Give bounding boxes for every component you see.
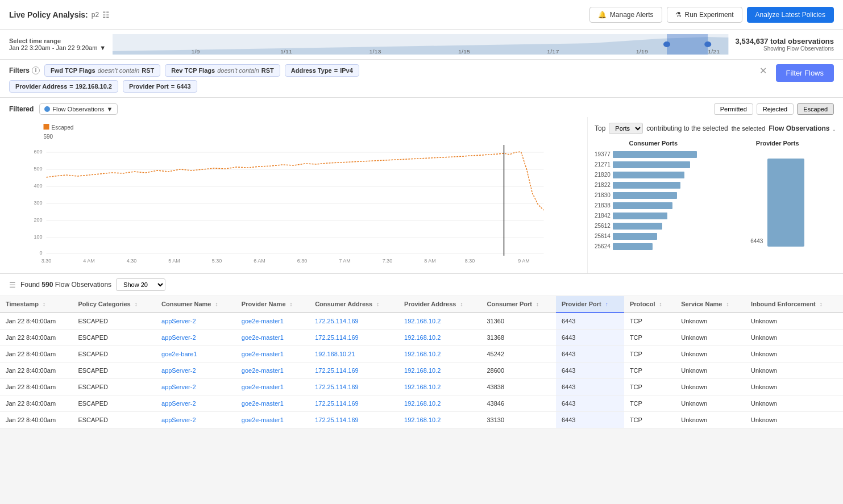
consumer-ports-title: Consumer Ports [595, 140, 712, 147]
filter-flows-button[interactable]: Filter Flows [776, 64, 834, 82]
time-range-dropdown[interactable]: Jan 22 3:20am - Jan 22 9:20am ▼ [9, 44, 106, 51]
header-right: 🔔 Manage Alerts ⚗ Run Experiment Analyze… [589, 7, 834, 23]
svg-text:1/15: 1/15 [458, 49, 471, 55]
cell-consumer-addr[interactable]: 172.25.114.169 [309, 395, 398, 412]
cell-consumer-addr[interactable]: 172.25.114.169 [309, 363, 398, 379]
col-timestamp[interactable]: Timestamp ↕ [0, 296, 72, 313]
cell-provider-name[interactable]: goe2e-master1 [236, 395, 309, 412]
svg-text:6 AM: 6 AM [254, 258, 265, 264]
svg-rect-11 [44, 124, 49, 130]
cell-provider-port: 6443 [556, 412, 624, 428]
cell-provider-addr[interactable]: 192.168.10.2 [398, 395, 481, 412]
col-provider-address[interactable]: Provider Address ↕ [398, 296, 481, 313]
cell-consumer-name[interactable]: goe2e-bare1 [156, 346, 236, 363]
ports-select[interactable]: Ports [609, 123, 643, 134]
analyze-latest-button[interactable]: Analyze Latest Policies [747, 7, 834, 23]
filter-chip-fwd-tcp[interactable]: Fwd TCP Flags doesn't contain RST [44, 64, 160, 77]
rejected-legend-button[interactable]: Rejected [757, 103, 794, 115]
col-provider-name[interactable]: Provider Name ↕ [236, 296, 309, 313]
cell-consumer-name[interactable]: appServer-2 [156, 313, 236, 330]
cell-inbound: Unknown [745, 395, 843, 412]
provider-port-single-bar [767, 150, 804, 247]
table-row: Jan 22 8:40:00am ESCAPED appServer-2 goe… [0, 313, 843, 330]
col-consumer-port[interactable]: Consumer Port ↕ [481, 296, 556, 313]
provider-port-bar-container: 6443 [719, 150, 837, 247]
filters-content: Filters i Fwd TCP Flags doesn't contain … [9, 64, 767, 93]
svg-text:200: 200 [34, 217, 42, 223]
chevron-down-icon: ▼ [106, 106, 113, 113]
col-policy-categories[interactable]: Policy Categories ↕ [72, 296, 156, 313]
col-consumer-name[interactable]: Consumer Name ↕ [156, 296, 236, 313]
cell-consumer-addr[interactable]: 192.168.10.21 [309, 346, 398, 363]
cell-protocol: TCP [624, 330, 675, 346]
charts-section: Filtered Flow Observations ▼ Permitted R… [0, 98, 843, 274]
flow-observations-table: Timestamp ↕ Policy Categories ↕ Consumer… [0, 296, 843, 428]
manage-alerts-button[interactable]: 🔔 Manage Alerts [589, 7, 662, 23]
cell-timestamp: Jan 22 8:40:00am [0, 395, 72, 412]
cell-consumer-name[interactable]: appServer-2 [156, 412, 236, 428]
cell-protocol: TCP [624, 346, 675, 363]
svg-text:300: 300 [34, 200, 42, 206]
provider-port-value: 6443 [750, 238, 763, 244]
filter-clear-button[interactable]: ✕ [759, 65, 767, 76]
flow-observations-button[interactable]: Flow Observations ▼ [39, 103, 118, 115]
cell-consumer-addr[interactable]: 172.25.114.169 [309, 313, 398, 330]
cell-provider-addr[interactable]: 192.168.10.2 [398, 363, 481, 379]
time-range-selector: Select time range Jan 22 3:20am - Jan 22… [9, 38, 106, 51]
cell-provider-name[interactable]: goe2e-master1 [236, 412, 309, 428]
cell-provider-name[interactable]: goe2e-master1 [236, 379, 309, 395]
time-range-label: Select time range [9, 38, 106, 44]
col-provider-port[interactable]: Provider Port ↑ [556, 296, 624, 313]
col-inbound-enforcement[interactable]: Inbound Enforcement ↕ [745, 296, 843, 313]
col-consumer-address[interactable]: Consumer Address ↕ [309, 296, 398, 313]
bar-row [613, 201, 712, 210]
cell-provider-name[interactable]: goe2e-master1 [236, 313, 309, 330]
cell-provider-port: 6443 [556, 346, 624, 363]
filter-chip-provider-addr[interactable]: Provider Address = 192.168.10.2 [9, 80, 118, 93]
filter-chip-rev-tcp[interactable]: Rev TCP Flags doesn't contain RST [165, 64, 280, 77]
cell-consumer-name[interactable]: appServer-2 [156, 363, 236, 379]
cell-protocol: TCP [624, 363, 675, 379]
table-row: Jan 22 8:40:00am ESCAPED appServer-2 goe… [0, 395, 843, 412]
cell-consumer-port: 28600 [481, 363, 556, 379]
filter-chip-provider-port[interactable]: Provider Port = 6443 [123, 80, 197, 93]
run-experiment-button[interactable]: ⚗ Run Experiment [667, 7, 742, 23]
svg-text:1/13: 1/13 [369, 49, 382, 55]
permitted-legend-button[interactable]: Permitted [714, 103, 753, 115]
escaped-legend-button[interactable]: Escaped [797, 103, 834, 115]
cell-consumer-addr[interactable]: 172.25.114.169 [309, 330, 398, 346]
svg-text:4:30: 4:30 [127, 258, 137, 264]
show-select[interactable]: Show 20 Show 50 Show 100 [116, 278, 165, 291]
col-service-name[interactable]: Service Name ↕ [675, 296, 745, 313]
total-observations: 3,534,637 total observations Showing Flo… [736, 37, 834, 52]
table-row: Jan 22 8:40:00am ESCAPED appServer-2 goe… [0, 363, 843, 379]
cell-provider-addr[interactable]: 192.168.10.2 [398, 330, 481, 346]
cell-provider-name[interactable]: goe2e-master1 [236, 363, 309, 379]
cell-timestamp: Jan 22 8:40:00am [0, 313, 72, 330]
filter-chip-address-type[interactable]: Address Type = IPv4 [285, 64, 359, 77]
cell-consumer-name[interactable]: appServer-2 [156, 379, 236, 395]
chevron-down-icon: ▼ [99, 44, 106, 51]
table-row: Jan 22 8:40:00am ESCAPED appServer-2 goe… [0, 330, 843, 346]
bar-row [613, 211, 712, 220]
filters-label: Filters i [9, 66, 40, 74]
ports-charts-container: Consumer Ports 19377 21271 21820 21822 2… [595, 140, 836, 251]
cell-provider-addr[interactable]: 192.168.10.2 [398, 346, 481, 363]
cell-consumer-name[interactable]: appServer-2 [156, 330, 236, 346]
cell-provider-addr[interactable]: 192.168.10.2 [398, 379, 481, 395]
cell-consumer-addr[interactable]: 172.25.114.169 [309, 412, 398, 428]
col-protocol[interactable]: Protocol ↕ [624, 296, 675, 313]
dot-icon [44, 106, 50, 112]
cell-provider-name[interactable]: goe2e-master1 [236, 346, 309, 363]
page-subtitle: p2 [92, 11, 99, 19]
bar-row [613, 170, 712, 180]
cell-provider-addr[interactable]: 192.168.10.2 [398, 313, 481, 330]
cell-consumer-addr[interactable]: 172.25.114.169 [309, 379, 398, 395]
cell-provider-addr[interactable]: 192.168.10.2 [398, 412, 481, 428]
cell-inbound: Unknown [745, 313, 843, 330]
period-text: . [833, 124, 834, 132]
cell-consumer-name[interactable]: appServer-2 [156, 395, 236, 412]
svg-text:500: 500 [34, 166, 42, 172]
cell-inbound: Unknown [745, 346, 843, 363]
cell-provider-name[interactable]: goe2e-master1 [236, 330, 309, 346]
